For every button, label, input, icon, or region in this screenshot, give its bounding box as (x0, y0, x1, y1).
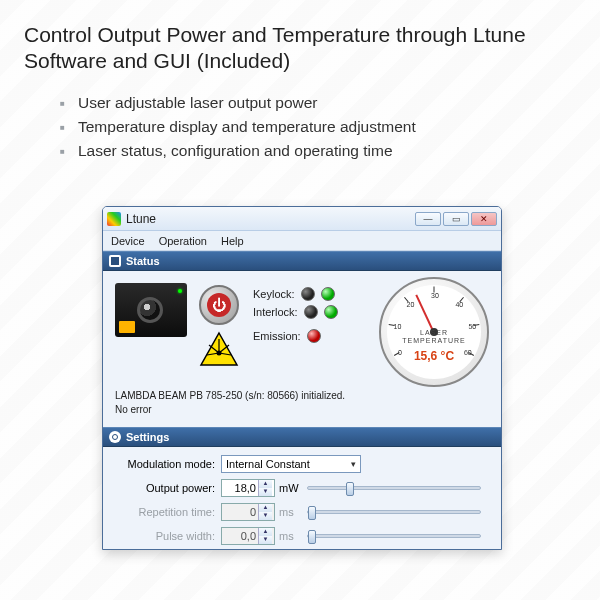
setting-label: Output power: (103, 482, 221, 494)
slider-thumb[interactable] (346, 482, 354, 496)
setting-row: Pulse width:▲▼ms (103, 525, 493, 547)
window-title: Ltune (126, 212, 415, 226)
spin-down-icon: ▼ (259, 512, 272, 520)
titlebar[interactable]: Ltune — ▭ ✕ (103, 207, 501, 231)
menu-device[interactable]: Device (111, 235, 145, 247)
gauge-tick-label: 60 (464, 349, 472, 356)
emission-row: Emission: (253, 329, 321, 343)
spinner-buttons[interactable]: ▲▼ (258, 480, 272, 496)
close-button[interactable]: ✕ (471, 212, 497, 226)
laser-warning-icon (199, 331, 239, 367)
menu-help[interactable]: Help (221, 235, 244, 247)
spinner-buttons: ▲▼ (258, 528, 272, 544)
interlock-led-off-icon (304, 305, 318, 319)
setting-unit: ms (275, 506, 301, 518)
power-button[interactable]: ⏻ (199, 285, 239, 325)
menu-operation[interactable]: Operation (159, 235, 207, 247)
emission-label: Emission: (253, 330, 301, 342)
setting-label: Repetition time: (103, 506, 221, 518)
app-icon (107, 212, 121, 226)
setting-slider (307, 510, 481, 514)
setting-spinner: ▲▼ (221, 527, 275, 545)
temperature-gauge: LASER TEMPERATURE 15,6 °C 0102030405060 (379, 277, 489, 387)
status-line1: LAMBDA BEAM PB 785-250 (s/n: 80566) init… (115, 389, 345, 403)
modulation-combo[interactable]: Internal Constant (221, 455, 361, 473)
spin-down-icon: ▼ (259, 536, 272, 544)
keylock-led-off-icon (301, 287, 315, 301)
interlock-label: Interlock: (253, 306, 298, 318)
keylock-led-on-icon (321, 287, 335, 301)
setting-row: Output power:▲▼mW (103, 477, 493, 499)
warning-tag-icon (119, 321, 135, 333)
setting-slider (307, 534, 481, 538)
spinner-buttons: ▲▼ (258, 504, 272, 520)
interlock-led-on-icon (324, 305, 338, 319)
setting-input (222, 530, 258, 542)
device-led-icon (178, 289, 182, 293)
setting-unit: mW (275, 482, 301, 494)
gauge-tick-label: 40 (455, 301, 463, 308)
disk-icon (109, 255, 121, 267)
status-message: LAMBDA BEAM PB 785-250 (s/n: 80566) init… (115, 389, 345, 416)
modulation-value: Internal Constant (226, 458, 310, 470)
page-heading: Control Output Power and Temperature thr… (24, 22, 576, 75)
status-header[interactable]: Status (103, 251, 501, 271)
gauge-tick-label: 30 (431, 292, 439, 299)
gauge-tick-label: 10 (394, 323, 402, 330)
feature-item: Laser status, configuration and operatin… (60, 139, 576, 163)
menubar: Device Operation Help (103, 231, 501, 251)
gauge-tick-label: 0 (398, 349, 402, 356)
settings-header-label: Settings (126, 431, 169, 443)
interlock-row: Interlock: (253, 305, 338, 319)
device-image (115, 283, 187, 337)
settings-header[interactable]: Settings (103, 427, 501, 447)
slider-thumb (308, 506, 316, 520)
settings-panel: Modulation mode: Internal Constant Outpu… (103, 447, 501, 550)
keylock-row: Keylock: (253, 287, 335, 301)
gear-icon (109, 431, 121, 443)
keylock-label: Keylock: (253, 288, 295, 300)
feature-item: User adjustable laser output power (60, 91, 576, 115)
setting-input[interactable] (222, 482, 258, 494)
feature-list: User adjustable laser output power Tempe… (24, 91, 576, 163)
setting-row: Repetition time:▲▼ms (103, 501, 493, 523)
setting-unit: ms (275, 530, 301, 542)
ltune-window: Ltune — ▭ ✕ Device Operation Help Status… (102, 206, 502, 550)
gauge-tick-label: 20 (407, 301, 415, 308)
spin-up-icon: ▲ (259, 504, 272, 512)
modulation-row: Modulation mode: Internal Constant (103, 453, 493, 475)
spin-up-icon[interactable]: ▲ (259, 480, 272, 488)
setting-spinner[interactable]: ▲▼ (221, 479, 275, 497)
modulation-label: Modulation mode: (103, 458, 221, 470)
lens-icon (137, 297, 163, 323)
maximize-button[interactable]: ▭ (443, 212, 469, 226)
spin-up-icon: ▲ (259, 528, 272, 536)
feature-item: Temperature display and temperature adju… (60, 115, 576, 139)
status-header-label: Status (126, 255, 160, 267)
slider-thumb (308, 530, 316, 544)
emission-led-icon (307, 329, 321, 343)
spin-down-icon[interactable]: ▼ (259, 488, 272, 496)
power-icon: ⏻ (207, 293, 231, 317)
gauge-tick-label: 50 (468, 323, 476, 330)
setting-input (222, 506, 258, 518)
status-panel: ⏻ Keylock: Interlock: Emission: LASER TE (103, 271, 501, 427)
setting-slider[interactable] (307, 486, 481, 490)
minimize-button[interactable]: — (415, 212, 441, 226)
setting-spinner: ▲▼ (221, 503, 275, 521)
setting-label: Pulse width: (103, 530, 221, 542)
status-line2: No error (115, 403, 345, 417)
svg-point-6 (217, 351, 222, 356)
setting-row: Temperature:▲▼°C (103, 549, 493, 550)
